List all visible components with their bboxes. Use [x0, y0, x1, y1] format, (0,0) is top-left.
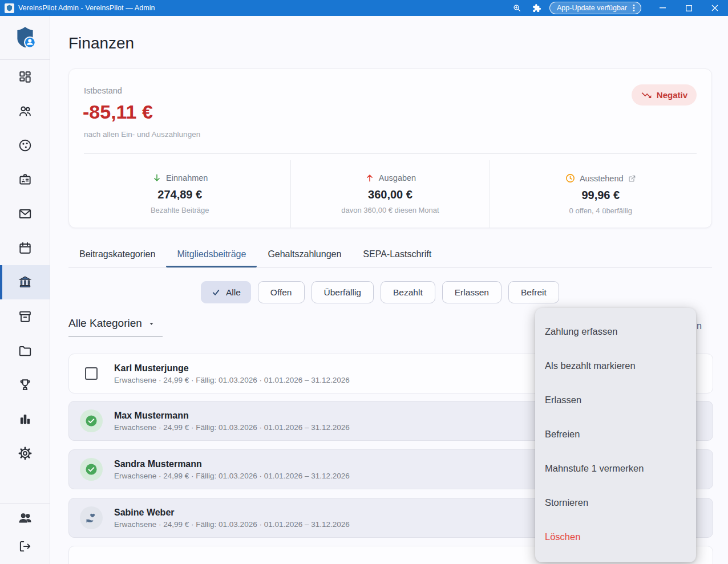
filter-chip-label: Bezahlt: [393, 287, 423, 298]
category-select[interactable]: Alle Kategorien: [68, 317, 163, 337]
people-icon: [18, 104, 33, 119]
tab-sepa-lastschrift[interactable]: SEPA-Lastschrift: [352, 242, 442, 267]
paid-check-icon: [80, 409, 103, 432]
status-badge-label: Negativ: [657, 90, 687, 100]
balance-subtitle: nach allen Ein- und Auszahlungen: [84, 130, 200, 139]
filter-chip-bezahlt[interactable]: Bezahlt: [381, 281, 435, 303]
close-button[interactable]: [702, 0, 728, 16]
app-logo-icon: [0, 16, 50, 59]
sidebar-item-members[interactable]: [0, 94, 50, 128]
row-checkbox[interactable]: [85, 367, 98, 380]
filter-chip-alle[interactable]: Alle: [201, 281, 251, 303]
member-name: Sabine Weber: [114, 508, 350, 518]
trophy-icon: [18, 378, 33, 392]
context-menu: Zahlung erfassen Als bezahlt markieren E…: [535, 308, 696, 562]
paid-check-icon: [80, 458, 103, 481]
mail-icon: [18, 206, 33, 221]
sidebar-item-archive[interactable]: [0, 299, 50, 334]
app-shield-icon: [5, 3, 14, 13]
minimize-button[interactable]: [649, 0, 676, 16]
member-details: Erwachsene · 24,99 € · Fällig: 01.03.202…: [114, 423, 350, 432]
app-window: VereinsPilot Admin - VereinsPilot — Admi…: [0, 0, 728, 564]
people-filled-icon: [18, 510, 33, 525]
app-update-label: App-Update verfügbar: [557, 4, 627, 12]
dashboard-icon: [18, 70, 33, 84]
window-title: VereinsPilot Admin - VereinsPilot — Admi…: [18, 4, 155, 12]
menu-item-befreien[interactable]: Befreien: [535, 417, 696, 451]
more-dots-icon[interactable]: [630, 4, 637, 12]
sidebar-item-documents[interactable]: [0, 334, 50, 368]
balance-label: Istbestand: [84, 86, 122, 95]
menu-item-stornieren[interactable]: Stornieren: [535, 485, 696, 520]
bar-chart-icon: [18, 412, 33, 427]
balance-amount: -85,11 €: [83, 101, 153, 123]
member-details: Erwachsene · 24,99 € · Fällig: 01.03.202…: [114, 376, 350, 384]
sidebar-item-logout[interactable]: [0, 532, 50, 561]
filter-chip-label: Erlassen: [455, 287, 489, 298]
sidebar-item-mail[interactable]: [0, 197, 50, 231]
folder-icon: [18, 343, 33, 358]
sidebar-item-id-badge[interactable]: [0, 163, 50, 197]
menu-item-loeschen[interactable]: Löschen: [535, 520, 696, 554]
filter-chip-offen[interactable]: Offen: [258, 281, 305, 303]
sidebar-item-calendar[interactable]: [0, 231, 50, 265]
filter-chip-label: Befreit: [521, 287, 547, 298]
stat-outstanding-value: 99,96 €: [490, 189, 711, 202]
tab-gehaltszahlungen[interactable]: Gehaltszahlungen: [257, 242, 352, 267]
clock-icon: [565, 173, 576, 184]
app-update-button[interactable]: App-Update verfügbar: [549, 2, 641, 14]
sidebar-item-groups[interactable]: [0, 128, 50, 163]
covered-link-fragment[interactable]: n: [697, 321, 702, 331]
trending-down-icon: [641, 90, 652, 101]
filter-chip-ueberfaellig[interactable]: Überfällig: [312, 281, 374, 303]
member-details: Erwachsene · 24,99 € · Fällig: 01.03.202…: [114, 472, 350, 480]
menu-item-zahlung-erfassen[interactable]: Zahlung erfassen: [535, 314, 696, 348]
extensions-puzzle-icon[interactable]: [527, 0, 546, 16]
arrow-down-icon: [152, 173, 162, 183]
sidebar-item-awards[interactable]: [0, 368, 50, 402]
zoom-icon[interactable]: [507, 0, 527, 16]
sidebar-item-finances[interactable]: [0, 265, 50, 299]
balance-summary-card: Istbestand -85,11 € nach allen Ein- und …: [68, 68, 712, 228]
status-filter-chips: Alle Offen Überfällig Bezahlt Erlassen B…: [201, 281, 559, 303]
tab-beitragskategorien[interactable]: Beitragskategorien: [68, 242, 166, 267]
status-badge: Negativ: [632, 84, 697, 106]
external-link-icon[interactable]: [628, 174, 637, 183]
filter-chip-label: Offen: [270, 287, 292, 298]
member-name: Sandra Mustermann: [114, 459, 350, 469]
menu-item-mahnstufe-vermerken[interactable]: Mahnstufe 1 vermerken: [535, 451, 696, 485]
menu-item-als-bezahlt-markieren[interactable]: Als bezahlt markieren: [535, 348, 696, 383]
id-badge-icon: [18, 172, 33, 187]
member-name: Karl Musterjunge: [114, 363, 350, 374]
titlebar: VereinsPilot Admin - VereinsPilot — Admi…: [0, 0, 728, 16]
stat-expenses-value: 360,00 €: [291, 188, 489, 201]
logout-icon: [18, 539, 33, 554]
sidebar-item-dashboard[interactable]: [0, 60, 50, 94]
stat-income-sub: Bezahlte Beiträge: [69, 206, 290, 214]
filter-chip-befreit[interactable]: Befreit: [508, 281, 559, 303]
page-title: Finanzen: [68, 34, 134, 52]
sidebar-item-settings[interactable]: [0, 436, 50, 470]
stat-expenses: Ausgaben 360,00 € davon 360,00 € diesen …: [290, 160, 490, 228]
tab-mitgliedsbeitraege[interactable]: Mitgliedsbeiträge: [166, 242, 257, 267]
check-icon: [211, 287, 221, 297]
card-divider: [84, 153, 697, 154]
stat-outstanding: Ausstehend 99,96 € 0 offen, 4 überfällig: [490, 160, 711, 228]
sidebar-item-statistics[interactable]: [0, 402, 50, 436]
sidebar-item-users[interactable]: [0, 504, 50, 532]
maximize-button[interactable]: [676, 0, 702, 16]
bank-icon: [18, 275, 33, 290]
stat-income: Einnahmen 274,89 € Bezahlte Beiträge: [69, 160, 290, 228]
stat-expenses-label: Ausgaben: [379, 173, 416, 182]
sidebar: [0, 16, 50, 564]
member-details: Erwachsene · 24,99 € · Fällig: 01.03.202…: [114, 520, 350, 529]
finance-tabs: Beitragskategorien Mitgliedsbeiträge Geh…: [68, 242, 712, 268]
calendar-icon: [18, 241, 33, 255]
stat-outstanding-label: Ausstehend: [580, 174, 624, 183]
hand-heart-icon: [80, 506, 103, 529]
gear-icon: [18, 446, 33, 461]
category-select-value: Alle Kategorien: [68, 317, 142, 330]
dots-circle-icon: [18, 138, 33, 153]
filter-chip-erlassen[interactable]: Erlassen: [442, 281, 501, 303]
menu-item-erlassen[interactable]: Erlassen: [535, 383, 696, 417]
